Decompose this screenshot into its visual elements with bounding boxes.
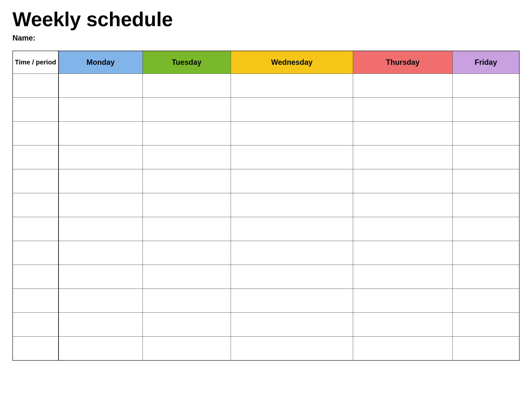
day-cell[interactable] (452, 122, 519, 145)
day-cell[interactable] (143, 169, 231, 193)
day-cell[interactable] (231, 98, 353, 122)
day-cell[interactable] (58, 122, 143, 145)
day-cell[interactable] (353, 217, 453, 241)
day-cell[interactable] (353, 193, 453, 217)
table-row (13, 313, 519, 336)
day-cell[interactable] (231, 217, 353, 241)
day-cell[interactable] (143, 217, 231, 241)
day-cell[interactable] (452, 265, 519, 289)
day-cell[interactable] (353, 74, 453, 98)
day-cell[interactable] (353, 241, 453, 265)
table-row (13, 217, 519, 241)
day-cell[interactable] (452, 98, 519, 122)
table-row (13, 193, 519, 217)
time-cell[interactable] (13, 313, 58, 336)
time-cell[interactable] (13, 336, 58, 360)
day-cell[interactable] (58, 217, 143, 241)
day-cell[interactable] (452, 145, 519, 169)
column-header-time: Time / period (13, 51, 58, 74)
day-cell[interactable] (353, 336, 453, 360)
day-cell[interactable] (353, 265, 453, 289)
table-row (13, 169, 519, 193)
time-cell[interactable] (13, 289, 58, 313)
day-cell[interactable] (58, 193, 143, 217)
day-cell[interactable] (143, 98, 231, 122)
day-cell[interactable] (58, 74, 143, 98)
day-cell[interactable] (353, 98, 453, 122)
time-cell[interactable] (13, 145, 58, 169)
day-cell[interactable] (231, 169, 353, 193)
day-cell[interactable] (143, 289, 231, 313)
day-cell[interactable] (353, 313, 453, 336)
column-header-monday: Monday (58, 51, 143, 74)
table-row (13, 98, 519, 122)
day-cell[interactable] (353, 289, 453, 313)
column-header-wednesday: Wednesday (231, 51, 353, 74)
day-cell[interactable] (452, 336, 519, 360)
day-cell[interactable] (231, 193, 353, 217)
day-cell[interactable] (58, 169, 143, 193)
column-header-thursday: Thursday (353, 51, 453, 74)
day-cell[interactable] (58, 313, 143, 336)
page-title: Weekly schedule (13, 8, 519, 30)
time-cell[interactable] (13, 265, 58, 289)
day-cell[interactable] (231, 122, 353, 145)
day-cell[interactable] (143, 265, 231, 289)
table-row (13, 336, 519, 360)
day-cell[interactable] (143, 122, 231, 145)
time-cell[interactable] (13, 169, 58, 193)
table-row (13, 74, 519, 98)
day-cell[interactable] (58, 265, 143, 289)
time-cell[interactable] (13, 74, 58, 98)
time-cell[interactable] (13, 193, 58, 217)
table-row (13, 122, 519, 145)
day-cell[interactable] (452, 169, 519, 193)
table-row (13, 289, 519, 313)
day-cell[interactable] (353, 169, 453, 193)
day-cell[interactable] (452, 74, 519, 98)
column-header-friday: Friday (452, 51, 519, 74)
day-cell[interactable] (58, 289, 143, 313)
day-cell[interactable] (231, 313, 353, 336)
day-cell[interactable] (143, 74, 231, 98)
day-cell[interactable] (231, 265, 353, 289)
day-cell[interactable] (231, 289, 353, 313)
column-header-tuesday: Tuesday (143, 51, 231, 74)
day-cell[interactable] (231, 336, 353, 360)
time-cell[interactable] (13, 98, 58, 122)
day-cell[interactable] (353, 122, 453, 145)
table-row (13, 241, 519, 265)
day-cell[interactable] (452, 241, 519, 265)
day-cell[interactable] (231, 241, 353, 265)
day-cell[interactable] (231, 74, 353, 98)
day-cell[interactable] (58, 241, 143, 265)
table-row (13, 145, 519, 169)
day-cell[interactable] (353, 145, 453, 169)
table-row (13, 265, 519, 289)
day-cell[interactable] (143, 145, 231, 169)
time-cell[interactable] (13, 241, 58, 265)
day-cell[interactable] (452, 193, 519, 217)
day-cell[interactable] (143, 336, 231, 360)
day-cell[interactable] (452, 289, 519, 313)
name-label: Name: (13, 34, 519, 42)
day-cell[interactable] (58, 98, 143, 122)
day-cell[interactable] (58, 145, 143, 169)
time-cell[interactable] (13, 122, 58, 145)
day-cell[interactable] (452, 217, 519, 241)
day-cell[interactable] (143, 241, 231, 265)
day-cell[interactable] (143, 313, 231, 336)
time-cell[interactable] (13, 217, 58, 241)
day-cell[interactable] (58, 336, 143, 360)
day-cell[interactable] (452, 313, 519, 336)
day-cell[interactable] (231, 145, 353, 169)
day-cell[interactable] (143, 193, 231, 217)
weekly-schedule-table: Time / period Monday Tuesday Wednesday T… (13, 51, 519, 361)
